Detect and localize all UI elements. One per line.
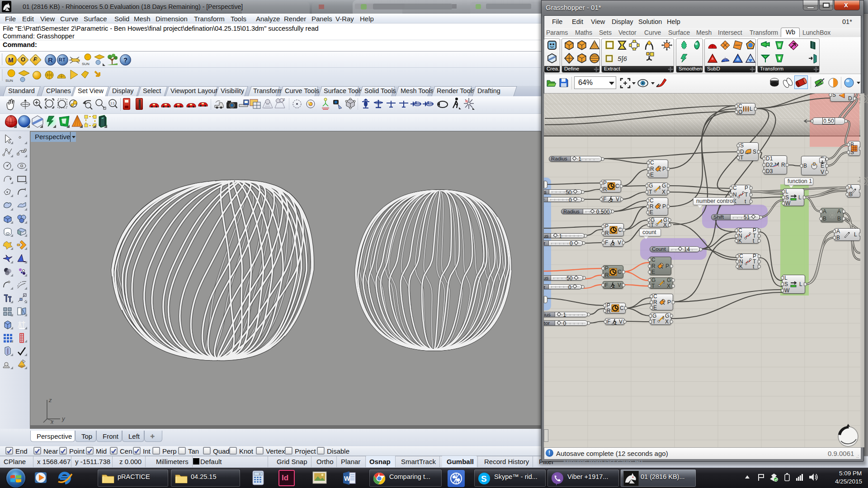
svg-text:SUN: SUN: [5, 79, 13, 83]
svg-text:2: 2: [283, 98, 285, 102]
svg-text:z: z: [613, 241, 615, 246]
svg-text:5∫6: 5∫6: [618, 55, 627, 63]
svg-text:1:1: 1:1: [110, 102, 115, 105]
svg-text:z: z: [614, 320, 617, 325]
svg-text:S: S: [481, 474, 487, 483]
svg-text:z: z: [613, 284, 615, 289]
svg-text:SUN: SUN: [82, 62, 90, 66]
svg-text:z: z: [611, 198, 613, 203]
svg-text:W: W: [344, 475, 350, 482]
